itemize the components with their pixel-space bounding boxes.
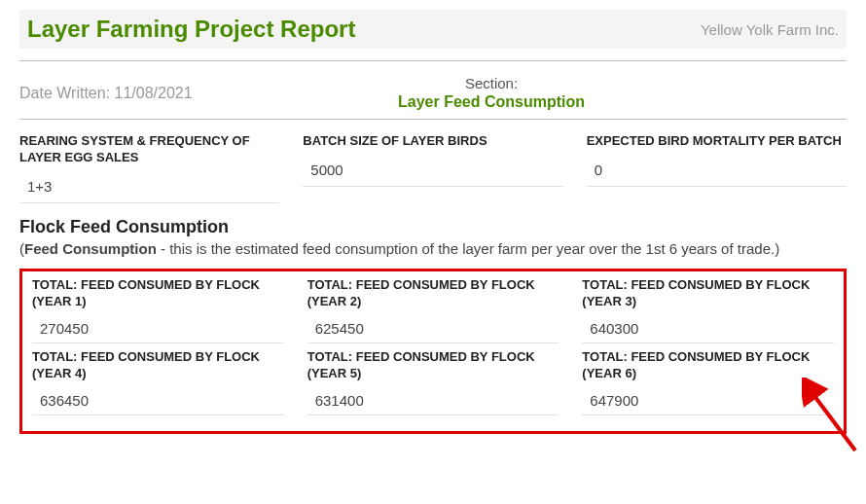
year-row-1: TOTAL: FEED CONSUMED BY FLOCK (YEAR 1) 2… [32,277,834,343]
field-label: EXPECTED BIRD MORTALITY PER BATCH [587,133,847,150]
year-label: TOTAL: FEED CONSUMED BY FLOCK (YEAR 4) [32,349,284,382]
year-label: TOTAL: FEED CONSUMED BY FLOCK (YEAR 3) [582,277,834,310]
field-value: 5000 [303,156,562,187]
field-mortality: EXPECTED BIRD MORTALITY PER BATCH 0 [587,133,847,203]
year-value: 647900 [582,388,834,415]
field-value: 1+3 [19,172,279,203]
year-field-2: TOTAL: FEED CONSUMED BY FLOCK (YEAR 2) 6… [307,277,559,343]
section-label: Section: [311,75,671,91]
year-field-4: TOTAL: FEED CONSUMED BY FLOCK (YEAR 4) 6… [32,349,284,415]
year-value: 636450 [32,388,284,415]
year-field-5: TOTAL: FEED CONSUMED BY FLOCK (YEAR 5) 6… [307,349,559,415]
field-label: REARING SYSTEM & FREQUENCY OF LAYER EGG … [19,133,279,166]
field-rearing-system: REARING SYSTEM & FREQUENCY OF LAYER EGG … [19,133,279,203]
company-name: Yellow Yolk Farm Inc. [701,21,839,38]
date-written: Date Written: 11/08/2021 [19,85,311,102]
field-value: 0 [587,156,847,187]
year-field-3: TOTAL: FEED CONSUMED BY FLOCK (YEAR 3) 6… [582,277,834,343]
year-value: 625450 [307,316,559,343]
highlight-box: TOTAL: FEED CONSUMED BY FLOCK (YEAR 1) 2… [19,269,847,434]
divider [19,60,847,61]
flock-heading: Flock Feed Consumption [19,217,847,237]
section-block: Section: Layer Feed Consumption [311,75,671,111]
annotation-arrow-icon [802,378,860,455]
year-value: 640300 [582,316,834,343]
field-batch-size: BATCH SIZE OF LAYER BIRDS 5000 [303,133,562,203]
report-page: Layer Farming Project Report Yellow Yolk… [0,0,866,453]
report-title: Layer Farming Project Report [27,16,355,43]
year-field-6: TOTAL: FEED CONSUMED BY FLOCK (YEAR 6) 6… [582,349,834,415]
year-value: 631400 [307,388,559,415]
year-field-1: TOTAL: FEED CONSUMED BY FLOCK (YEAR 1) 2… [32,277,284,343]
desc-bold: Feed Consumption [24,240,157,257]
year-label: TOTAL: FEED CONSUMED BY FLOCK (YEAR 2) [307,277,559,310]
year-label: TOTAL: FEED CONSUMED BY FLOCK (YEAR 6) [582,349,834,382]
section-name: Layer Feed Consumption [311,93,671,111]
divider [19,119,847,120]
svg-line-0 [812,392,855,450]
desc-rest: - this is the estimated feed consumption… [157,240,779,257]
year-label: TOTAL: FEED CONSUMED BY FLOCK (YEAR 5) [307,349,559,382]
top-fields-row: REARING SYSTEM & FREQUENCY OF LAYER EGG … [19,133,847,203]
year-row-2: TOTAL: FEED CONSUMED BY FLOCK (YEAR 4) 6… [32,349,834,415]
meta-row: Date Written: 11/08/2021 Section: Layer … [19,75,847,111]
field-label: BATCH SIZE OF LAYER BIRDS [303,133,562,150]
header-bar: Layer Farming Project Report Yellow Yolk… [19,10,847,49]
year-value: 270450 [32,316,284,343]
year-label: TOTAL: FEED CONSUMED BY FLOCK (YEAR 1) [32,277,284,310]
flock-description: (Feed Consumption - this is the estimate… [19,239,847,259]
